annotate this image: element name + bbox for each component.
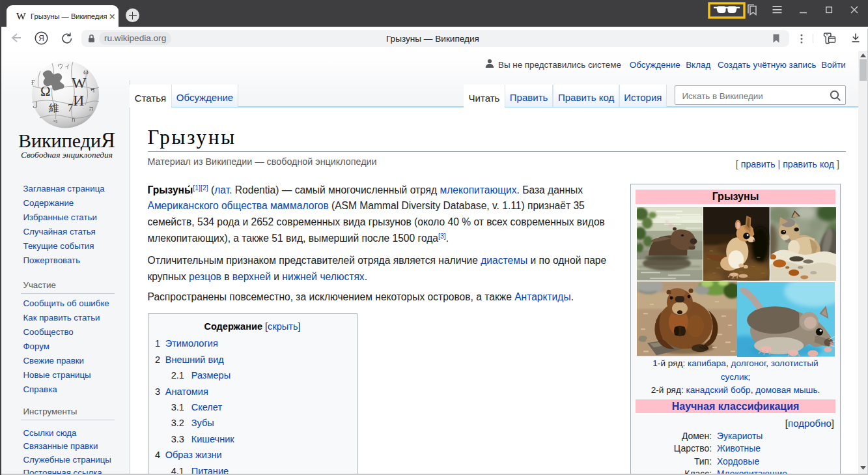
svg-text:ก: ก	[72, 117, 75, 123]
svg-text:न: न	[90, 86, 95, 94]
svg-text:ل: ل	[33, 100, 38, 108]
svg-text:維: 維	[48, 102, 59, 113]
svg-text:ω: ω	[83, 67, 89, 76]
svg-text:Ғ: Ғ	[31, 79, 35, 86]
svg-text:ಇ: ಇ	[53, 117, 58, 124]
svg-text:И: И	[73, 92, 84, 109]
svg-text:W: W	[72, 74, 87, 91]
svg-text:ウィ: ウィ	[57, 63, 70, 70]
svg-text:7: 7	[68, 102, 73, 113]
svg-text:ה: ה	[89, 104, 93, 112]
svg-text:Ω: Ω	[40, 83, 51, 99]
svg-text:Я: Я	[38, 34, 44, 43]
